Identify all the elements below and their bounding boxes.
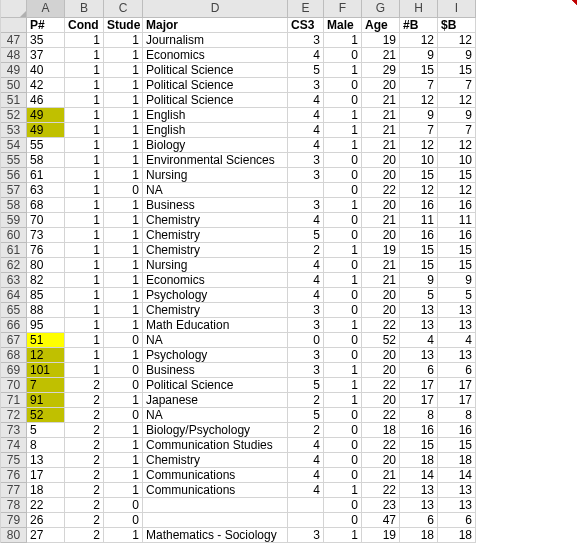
cell[interactable]: Nursing [143, 258, 288, 273]
cell[interactable]: 1 [104, 258, 143, 273]
cell[interactable]: 10 [438, 153, 476, 168]
cell[interactable]: 1 [65, 333, 104, 348]
cell[interactable]: 101 [27, 363, 65, 378]
cell[interactable]: Communications [143, 468, 288, 483]
cell[interactable]: 1 [104, 228, 143, 243]
cell[interactable]: 82 [27, 273, 65, 288]
cell[interactable]: 80 [27, 258, 65, 273]
cell[interactable]: 1 [65, 303, 104, 318]
cell[interactable]: 0 [324, 93, 362, 108]
cell[interactable]: 0 [104, 333, 143, 348]
cell[interactable]: 0 [104, 363, 143, 378]
cell[interactable]: 2 [65, 483, 104, 498]
cell[interactable]: 1 [65, 258, 104, 273]
cell[interactable]: 1 [65, 63, 104, 78]
cell[interactable]: 1 [324, 273, 362, 288]
cell[interactable]: Communications [143, 483, 288, 498]
cell[interactable]: 1 [324, 393, 362, 408]
cell[interactable]: 9 [400, 48, 438, 63]
cell[interactable]: 13 [400, 348, 438, 363]
cell[interactable]: 0 [104, 513, 143, 528]
cell[interactable]: 7 [438, 78, 476, 93]
cell[interactable]: 9 [400, 108, 438, 123]
cell[interactable]: 15 [400, 168, 438, 183]
col-header-C[interactable]: C [104, 0, 143, 18]
cell[interactable]: 1 [104, 468, 143, 483]
cell[interactable]: 0 [324, 468, 362, 483]
cell[interactable]: Chemistry [143, 303, 288, 318]
cell[interactable]: 2 [65, 438, 104, 453]
row-header[interactable]: 78 [1, 498, 27, 513]
cell[interactable]: 4 [438, 333, 476, 348]
cell[interactable]: 0 [324, 183, 362, 198]
cell[interactable]: 3 [288, 318, 324, 333]
cell[interactable]: 1 [104, 78, 143, 93]
cell[interactable]: 4 [288, 483, 324, 498]
cell[interactable]: 1 [104, 483, 143, 498]
cell[interactable]: 1 [65, 288, 104, 303]
cell[interactable]: 1 [65, 123, 104, 138]
cell[interactable]: 1 [104, 168, 143, 183]
cell[interactable]: 52 [362, 333, 400, 348]
cell[interactable]: 20 [362, 288, 400, 303]
cell[interactable]: 0 [324, 303, 362, 318]
col-header-A[interactable]: A [27, 0, 65, 18]
select-all-corner[interactable] [1, 0, 27, 18]
cell[interactable]: 18 [27, 483, 65, 498]
cell[interactable]: Mathematics - Sociology [143, 528, 288, 543]
cell[interactable]: 95 [27, 318, 65, 333]
cell[interactable]: 4 [288, 258, 324, 273]
cell[interactable]: 12 [400, 138, 438, 153]
cell[interactable]: 1 [104, 423, 143, 438]
cell[interactable]: NA [143, 183, 288, 198]
cell[interactable]: 0 [324, 423, 362, 438]
row-header[interactable]: 68 [1, 348, 27, 363]
row-header[interactable]: 70 [1, 378, 27, 393]
cell[interactable]: 1 [104, 213, 143, 228]
row-header[interactable]: 61 [1, 243, 27, 258]
cell[interactable]: 12 [400, 33, 438, 48]
cell[interactable]: 19 [362, 528, 400, 543]
cell[interactable]: 16 [400, 198, 438, 213]
cell[interactable]: 6 [438, 363, 476, 378]
cell[interactable]: 6 [400, 363, 438, 378]
row-header[interactable]: 79 [1, 513, 27, 528]
cell[interactable]: 4 [288, 93, 324, 108]
cell[interactable]: 1 [324, 198, 362, 213]
cell[interactable]: 1 [324, 528, 362, 543]
cell[interactable]: 2 [288, 393, 324, 408]
cell[interactable]: 13 [438, 483, 476, 498]
col-header-B[interactable]: B [65, 0, 104, 18]
cell[interactable]: Economics [143, 273, 288, 288]
cell[interactable]: 7 [400, 78, 438, 93]
cell[interactable]: 1 [324, 363, 362, 378]
cell[interactable]: 1 [65, 228, 104, 243]
cell[interactable]: Communication Studies [143, 438, 288, 453]
cell[interactable]: 16 [400, 423, 438, 438]
cell[interactable]: 4 [288, 468, 324, 483]
col-header-E[interactable]: E [288, 0, 324, 18]
cell[interactable]: 3 [288, 78, 324, 93]
cell[interactable]: 4 [288, 213, 324, 228]
row-header[interactable]: 58 [1, 198, 27, 213]
row-header[interactable]: 66 [1, 318, 27, 333]
cell[interactable]: 4 [288, 453, 324, 468]
col-header-G[interactable]: G [362, 0, 400, 18]
cell[interactable]: 0 [324, 453, 362, 468]
cell[interactable]: 1 [324, 63, 362, 78]
cell[interactable]: 22 [362, 408, 400, 423]
cell[interactable]: 70 [27, 213, 65, 228]
cell[interactable]: 3 [288, 303, 324, 318]
header-cell-I[interactable]: $B [438, 18, 476, 33]
cell[interactable]: 37 [27, 48, 65, 63]
cell[interactable]: 13 [438, 498, 476, 513]
cell[interactable]: 21 [362, 138, 400, 153]
cell[interactable]: 15 [400, 63, 438, 78]
cell[interactable]: 29 [362, 63, 400, 78]
cell[interactable] [143, 513, 288, 528]
cell[interactable]: 85 [27, 288, 65, 303]
cell[interactable]: 1 [65, 168, 104, 183]
col-header-H[interactable]: H [400, 0, 438, 18]
cell[interactable]: 1 [104, 273, 143, 288]
cell[interactable]: 2 [65, 453, 104, 468]
